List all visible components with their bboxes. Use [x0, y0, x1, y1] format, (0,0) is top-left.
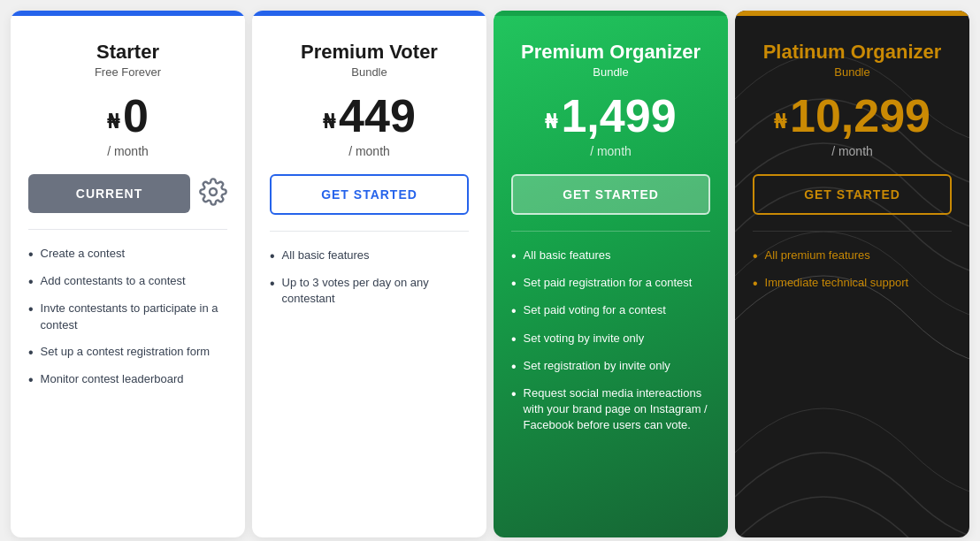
currency-symbol-premium-organizer: ₦ — [545, 112, 557, 132]
feature-item-starter-1: Add contestants to a contest — [28, 273, 227, 290]
card-platinum-organizer: Platinum OrganizerBundle₦10,299/ monthGE… — [735, 11, 969, 537]
card-premium-voter: Premium VoterBundle₦449/ monthGET STARTE… — [252, 11, 486, 537]
card-subtitle-platinum-organizer: Bundle — [753, 65, 952, 79]
svg-point-0 — [210, 188, 217, 195]
feature-item-platinum-organizer-1: Immediate technical support — [753, 275, 952, 292]
feature-item-starter-3: Set up a contest registration form — [28, 344, 227, 361]
feature-item-premium-organizer-2: Set paid voting for a contest — [511, 302, 710, 319]
divider-platinum-organizer — [753, 231, 952, 232]
card-starter: StarterFree Forever₦0/ monthCURRENT Crea… — [11, 11, 245, 537]
price-row-premium-voter: ₦449 — [270, 93, 469, 139]
card-title-starter: Starter — [28, 41, 227, 64]
price-amount-starter: 0 — [123, 93, 149, 139]
divider-premium-voter — [270, 231, 469, 232]
price-amount-platinum-organizer: 10,299 — [790, 93, 930, 139]
feature-item-premium-organizer-5: Request social media intereactions with … — [511, 385, 710, 434]
feature-item-premium-organizer-0: All basic features — [511, 248, 710, 264]
pricing-cards-container: StarterFree Forever₦0/ monthCURRENT Crea… — [0, 0, 980, 541]
per-month-premium-voter: / month — [270, 144, 469, 158]
feature-item-platinum-organizer-0: All premium features — [753, 248, 952, 264]
currency-symbol-premium-voter: ₦ — [323, 112, 335, 132]
card-premium-organizer: Premium OrganizerBundle₦1,499/ monthGET … — [494, 11, 728, 537]
top-bar-premium-organizer — [494, 11, 728, 16]
feature-item-premium-voter-0: All basic features — [270, 248, 469, 264]
top-bar-premium-voter — [252, 11, 486, 16]
per-month-premium-organizer: / month — [511, 144, 710, 158]
feature-item-starter-0: Create a contest — [28, 246, 227, 263]
divider-premium-organizer — [511, 231, 710, 232]
price-row-platinum-organizer: ₦10,299 — [753, 93, 952, 139]
top-bar-starter — [11, 11, 245, 16]
gear-icon[interactable] — [199, 178, 227, 210]
price-row-premium-organizer: ₦1,499 — [511, 93, 710, 139]
card-subtitle-premium-organizer: Bundle — [511, 65, 710, 79]
currency-symbol-starter: ₦ — [107, 112, 119, 132]
feature-item-premium-voter-1: Up to 3 votes per day on any contestant — [270, 275, 469, 307]
action-area-premium-organizer: GET STARTED — [511, 174, 710, 215]
action-button-starter[interactable]: CURRENT — [28, 174, 190, 213]
top-bar-platinum-organizer — [735, 11, 969, 16]
card-title-premium-voter: Premium Voter — [270, 41, 469, 64]
feature-item-premium-organizer-1: Set paid registration for a contest — [511, 275, 710, 292]
features-list-premium-voter: All basic featuresUp to 3 votes per day … — [270, 248, 469, 308]
action-area-premium-voter: GET STARTED — [270, 174, 469, 215]
price-row-starter: ₦0 — [28, 93, 227, 139]
feature-item-starter-2: Invte contestants to participate in a co… — [28, 301, 227, 332]
features-list-starter: Create a contestAdd contestants to a con… — [28, 246, 227, 388]
card-title-platinum-organizer: Platinum Organizer — [753, 41, 952, 64]
action-button-premium-voter[interactable]: GET STARTED — [270, 174, 469, 215]
price-amount-premium-voter: 449 — [339, 93, 416, 139]
action-button-platinum-organizer[interactable]: GET STARTED — [753, 174, 952, 215]
card-subtitle-premium-voter: Bundle — [270, 65, 469, 79]
price-amount-premium-organizer: 1,499 — [561, 93, 676, 139]
card-title-premium-organizer: Premium Organizer — [511, 41, 710, 64]
divider-starter — [28, 229, 227, 230]
action-button-premium-organizer[interactable]: GET STARTED — [511, 174, 710, 215]
card-subtitle-starter: Free Forever — [28, 65, 227, 79]
per-month-starter: / month — [28, 144, 227, 158]
action-area-starter: CURRENT — [28, 174, 227, 213]
features-list-premium-organizer: All basic featuresSet paid registration … — [511, 248, 710, 434]
features-list-platinum-organizer: All premium featuresImmediate technical … — [753, 248, 952, 292]
action-area-platinum-organizer: GET STARTED — [753, 174, 952, 215]
feature-item-starter-4: Monitor contest leaderboard — [28, 371, 227, 388]
feature-item-premium-organizer-3: Set voting by invite only — [511, 331, 710, 347]
feature-item-premium-organizer-4: Set registration by invite only — [511, 358, 710, 375]
per-month-platinum-organizer: / month — [753, 144, 952, 158]
currency-symbol-platinum-organizer: ₦ — [774, 112, 786, 132]
